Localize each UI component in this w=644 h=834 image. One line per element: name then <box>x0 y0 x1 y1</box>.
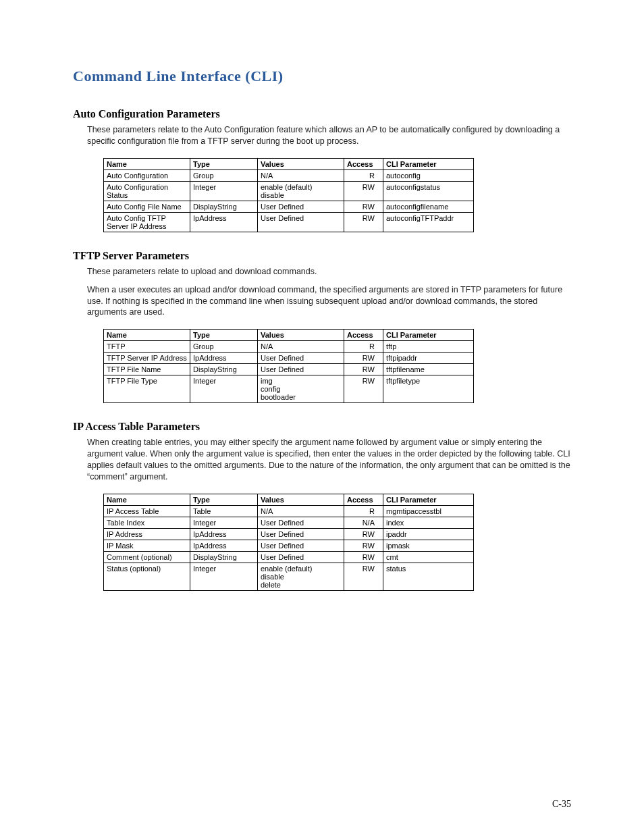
table-row: Status (optional) Integer enable (defaul… <box>104 563 474 590</box>
table-row: Auto Configuration Group N/A R autoconfi… <box>104 170 474 181</box>
table-row: TFTP Group N/A R tftp <box>104 341 474 353</box>
cell-access: RW <box>344 563 383 590</box>
table-row: Auto Configuration Status Integer enable… <box>104 181 474 201</box>
cell-cli: tftpfiletype <box>383 375 474 403</box>
table-ipaccess: Name Type Values Access CLI Parameter IP… <box>103 494 474 591</box>
col-access: Access <box>344 330 383 341</box>
cell-access: RW <box>344 528 383 540</box>
cell-type: Integer <box>190 517 258 528</box>
table-autoconfig: Name Type Values Access CLI Parameter Au… <box>103 158 474 232</box>
cell-values: img config bootloader <box>258 375 344 403</box>
cell-name: Auto Config File Name <box>104 201 190 212</box>
cell-name: Auto Configuration <box>104 170 190 181</box>
cell-type: DisplayString <box>190 201 258 212</box>
cell-name: IP Mask <box>104 540 190 551</box>
cell-cli: status <box>383 563 474 590</box>
cell-values: User Defined <box>258 364 344 375</box>
cell-cli: ipmask <box>383 540 474 551</box>
cell-type: Integer <box>190 375 258 403</box>
cell-name: Auto Configuration Status <box>104 181 190 201</box>
cell-type: IpAddress <box>190 540 258 551</box>
col-values: Values <box>258 494 344 505</box>
cell-cli: tftpfilename <box>383 364 474 375</box>
cell-cli: autoconfigTFTPaddr <box>383 212 474 232</box>
cell-access: RW <box>344 181 383 201</box>
cell-type: IpAddress <box>190 212 258 232</box>
paragraph: These parameters relate to upload and do… <box>87 266 571 278</box>
cell-access: R <box>344 505 383 517</box>
col-type: Type <box>190 330 258 341</box>
table-header-row: Name Type Values Access CLI Parameter <box>104 158 474 170</box>
cell-values: enable (default) disable delete <box>258 563 344 590</box>
col-type: Type <box>190 158 258 170</box>
col-values: Values <box>258 330 344 341</box>
table-row: Table Index Integer User Defined N/A ind… <box>104 517 474 528</box>
cell-access: RW <box>344 201 383 212</box>
cell-access: RW <box>344 551 383 563</box>
page-number: C-35 <box>552 799 571 810</box>
cell-cli: mgmtipaccesstbl <box>383 505 474 517</box>
col-name: Name <box>104 158 190 170</box>
table-row: IP Access Table Table N/A R mgmtipaccess… <box>104 505 474 517</box>
col-type: Type <box>190 494 258 505</box>
table-header-row: Name Type Values Access CLI Parameter <box>104 330 474 341</box>
table-row: TFTP File Type Integer img config bootlo… <box>104 375 474 403</box>
cell-values: User Defined <box>258 201 344 212</box>
cell-name: TFTP File Name <box>104 364 190 375</box>
cell-cli: autoconfigfilename <box>383 201 474 212</box>
cell-type: Integer <box>190 563 258 590</box>
col-name: Name <box>104 330 190 341</box>
cell-type: Group <box>190 170 258 181</box>
page: Command Line Interface (CLI) Auto Config… <box>0 0 644 834</box>
cell-type: Table <box>190 505 258 517</box>
cell-name: Auto Config TFTP Server IP Address <box>104 212 190 232</box>
cell-access: RW <box>344 353 383 364</box>
cell-access: R <box>344 341 383 353</box>
cell-name: IP Address <box>104 528 190 540</box>
cell-cli: tftpipaddr <box>383 353 474 364</box>
cell-cli: index <box>383 517 474 528</box>
col-cli: CLI Parameter <box>383 158 474 170</box>
table-row: IP Address IpAddress User Defined RW ipa… <box>104 528 474 540</box>
cell-values: N/A <box>258 505 344 517</box>
col-name: Name <box>104 494 190 505</box>
table-row: TFTP Server IP Address IpAddress User De… <box>104 353 474 364</box>
cell-values: N/A <box>258 341 344 353</box>
col-cli: CLI Parameter <box>383 330 474 341</box>
cell-access: RW <box>344 375 383 403</box>
cell-name: TFTP <box>104 341 190 353</box>
section-heading-autoconfig: Auto Configuration Parameters <box>73 108 571 120</box>
cell-name: Status (optional) <box>104 563 190 590</box>
cell-values: User Defined <box>258 212 344 232</box>
page-title: Command Line Interface (CLI) <box>73 68 571 85</box>
table-row: TFTP File Name DisplayString User Define… <box>104 364 474 375</box>
cell-values: User Defined <box>258 353 344 364</box>
table-header-row: Name Type Values Access CLI Parameter <box>104 494 474 505</box>
cell-values: User Defined <box>258 540 344 551</box>
cell-values: User Defined <box>258 551 344 563</box>
cell-access: RW <box>344 364 383 375</box>
col-access: Access <box>344 158 383 170</box>
cell-name: TFTP Server IP Address <box>104 353 190 364</box>
cell-cli: autoconfig <box>383 170 474 181</box>
cell-type: DisplayString <box>190 364 258 375</box>
cell-access: N/A <box>344 517 383 528</box>
col-values: Values <box>258 158 344 170</box>
cell-values: User Defined <box>258 517 344 528</box>
cell-values: enable (default) disable <box>258 181 344 201</box>
cell-name: Comment (optional) <box>104 551 190 563</box>
cell-cli: tftp <box>383 341 474 353</box>
paragraph: When creating table entries, you may eit… <box>87 437 571 483</box>
cell-access: R <box>344 170 383 181</box>
paragraph: These parameters relate to the Auto Conf… <box>87 124 571 147</box>
cell-name: TFTP File Type <box>104 375 190 403</box>
cell-cli: autoconfigstatus <box>383 181 474 201</box>
cell-type: IpAddress <box>190 528 258 540</box>
cell-access: RW <box>344 540 383 551</box>
table-row: Comment (optional) DisplayString User De… <box>104 551 474 563</box>
cell-name: Table Index <box>104 517 190 528</box>
paragraph: When a user executes an upload and/or do… <box>87 284 571 319</box>
cell-type: IpAddress <box>190 353 258 364</box>
table-row: Auto Config TFTP Server IP Address IpAdd… <box>104 212 474 232</box>
cell-type: Group <box>190 341 258 353</box>
